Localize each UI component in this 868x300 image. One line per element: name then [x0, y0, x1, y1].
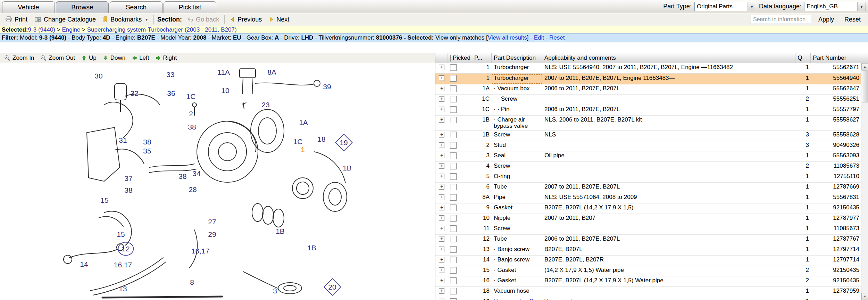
expand-icon[interactable]: + [439, 278, 444, 283]
diagram-callout-8[interactable]: 8 [190, 278, 194, 286]
zoom-in-button[interactable]: Zoom In [1, 54, 37, 62]
table-row[interactable]: +1A· Vacuum box2006 to 2011, B207E, B207… [435, 84, 861, 95]
part-type-select[interactable]: Original Parts ▼ [694, 2, 756, 11]
pan-down-button[interactable]: Down [100, 54, 128, 62]
table-row[interactable]: +1Turbocharger2007 to 2011, B207E, B207L… [435, 74, 861, 84]
table-row[interactable]: +15· Gasket(14,2 X 17,9 X 1,5) Water pip… [435, 266, 861, 276]
diagram-callout-38[interactable]: 38 [188, 123, 196, 131]
diagram-callout-15[interactable]: 15 [100, 197, 108, 204]
row-checkbox[interactable] [450, 288, 457, 294]
row-checkbox[interactable] [450, 152, 457, 159]
table-row[interactable]: +11Screw111085673 [435, 224, 861, 235]
row-checkbox[interactable] [450, 85, 457, 92]
diagram-callout-34[interactable]: 34 [192, 170, 200, 177]
expand-icon[interactable]: + [439, 299, 444, 300]
table-row[interactable]: +10Nipple2007 to 2011, B207112787977 [435, 214, 861, 224]
diagram-callout-1A[interactable]: 1A [299, 119, 308, 126]
table-scrollbar[interactable]: ▲ ▼ [861, 63, 868, 300]
diagram-callout-29[interactable]: 29 [208, 231, 216, 238]
row-checkbox[interactable] [450, 205, 457, 211]
table-row[interactable]: +1BScrewNLS355558628 [435, 131, 861, 141]
pan-up-button[interactable]: Up [78, 54, 99, 62]
diagram-callout-39[interactable]: 39 [323, 83, 331, 90]
diagram-callout-12[interactable]: 12 [122, 245, 130, 252]
table-row[interactable]: +1C· · Pin2006 to 2011, B207E, B207L1555… [435, 105, 861, 116]
table-row[interactable]: +16· GasketB207E, B207L (14,2 X 17,9 X 1… [435, 276, 861, 287]
diagram-callout-10[interactable]: 10 [221, 87, 229, 94]
diagram-callout-20[interactable]: 20 [328, 283, 336, 291]
row-goto-link[interactable]: Vacuum pipe Go to 9-3 (9440)_2_0300 [494, 298, 537, 300]
diagram-callout-19[interactable]: 19 [340, 139, 348, 146]
row-checkbox[interactable] [450, 236, 457, 242]
table-row[interactable]: +9GasketB207E, B207L (14,2 X 17,9 X 1,5)… [435, 203, 861, 214]
diagram-callout-37[interactable]: 37 [124, 175, 132, 182]
row-checkbox[interactable] [450, 142, 457, 149]
previous-button[interactable]: Previous [227, 15, 265, 25]
scrollbar-thumb[interactable] [862, 70, 868, 102]
diagram-callout-23[interactable]: 23 [261, 101, 269, 108]
apply-button[interactable]: Apply [815, 15, 837, 25]
select-all-checkbox[interactable] [450, 55, 451, 61]
diagram-callout-14[interactable]: 14 [80, 260, 88, 268]
expand-icon[interactable]: + [439, 236, 444, 242]
diagram-callout-3[interactable]: 3 [273, 287, 277, 294]
expand-icon[interactable]: + [439, 194, 444, 200]
pan-right-button[interactable]: Right [153, 54, 180, 62]
diagram-callout-18[interactable]: 18 [317, 135, 325, 143]
scroll-up-button[interactable]: ▲ [861, 63, 868, 70]
row-checkbox[interactable] [450, 194, 457, 201]
diagram-callout-38[interactable]: 38 [178, 173, 186, 180]
table-row[interactable]: +2Stud390490326 [435, 141, 861, 151]
diagram-callout-31[interactable]: 31 [119, 136, 127, 144]
row-checkbox[interactable] [450, 225, 457, 232]
expand-icon[interactable]: + [439, 117, 444, 123]
expand-icon[interactable]: + [439, 226, 444, 231]
expand-icon[interactable]: + [439, 96, 444, 102]
diagram-callout-38[interactable]: 38 [124, 186, 132, 194]
breadcrumb-link[interactable]: Supercharging system-Turbocharger (2003 … [87, 26, 237, 33]
row-checkbox[interactable] [450, 75, 457, 82]
next-button[interactable]: Next [266, 15, 292, 25]
filter-link[interactable]: Edit [534, 34, 544, 41]
expand-icon[interactable]: + [439, 184, 444, 190]
search-input[interactable] [751, 15, 811, 24]
diagram-callout-1[interactable]: 1 [301, 146, 305, 153]
expand-icon[interactable]: + [439, 163, 444, 169]
expand-icon[interactable]: + [439, 215, 444, 221]
expand-icon[interactable]: + [439, 174, 444, 179]
data-language-select[interactable]: English_GB ▼ [804, 2, 866, 11]
table-row[interactable]: +6Tube2007 to 2011, B207E, B207L11278766… [435, 183, 861, 193]
row-checkbox[interactable] [450, 215, 457, 222]
change-catalogue-button[interactable]: Change Catalogue [31, 15, 99, 25]
row-checkbox[interactable] [450, 267, 457, 274]
expand-icon[interactable]: + [439, 247, 444, 252]
breadcrumb-link[interactable]: 9-3 (9440) [28, 26, 55, 33]
diagram-callout-11A[interactable]: 11A [217, 68, 230, 76]
row-checkbox[interactable] [450, 106, 457, 113]
diagram-callout-33[interactable]: 33 [166, 71, 174, 78]
diagram-callout-36[interactable]: 36 [167, 90, 175, 97]
diagram-callout-2[interactable]: 2 [189, 110, 193, 117]
expand-icon[interactable]: + [439, 86, 444, 91]
tab-vehicle[interactable]: Vehicle [2, 1, 55, 13]
table-row[interactable]: +1C· · Screw255556251 [435, 95, 861, 105]
row-checkbox[interactable] [450, 298, 457, 300]
expand-icon[interactable]: + [439, 153, 444, 158]
filter-link[interactable]: View all results [488, 34, 527, 41]
table-row[interactable]: +13· Banjo screwB207E, B207L112797714 [435, 245, 861, 256]
diagram-callout-8A[interactable]: 8A [267, 68, 276, 76]
table-row[interactable]: +19Vacuum pipe Go to 9-3 (9440)_2_0300Va… [435, 297, 861, 300]
diagram-callout-1B[interactable]: 1B [276, 227, 285, 235]
diagram-callout-1B[interactable]: 1B [307, 244, 316, 251]
expand-icon[interactable]: + [439, 75, 444, 81]
expand-icon[interactable]: + [439, 107, 444, 112]
table-row[interactable]: +4Screw211085673 [435, 162, 861, 172]
table-row[interactable]: +14· Banjo screwB207E, B207L, B207R11279… [435, 256, 861, 266]
diagram-callout-28[interactable]: 28 [189, 186, 197, 193]
table-row[interactable]: +18Vacuum hose112787959 [435, 287, 861, 297]
row-checkbox[interactable] [450, 163, 457, 169]
row-checkbox[interactable] [450, 173, 457, 180]
scroll-down-button[interactable]: ▼ [861, 293, 868, 300]
diagram-callout-38[interactable]: 38 [143, 138, 151, 145]
row-checkbox[interactable] [450, 96, 457, 102]
